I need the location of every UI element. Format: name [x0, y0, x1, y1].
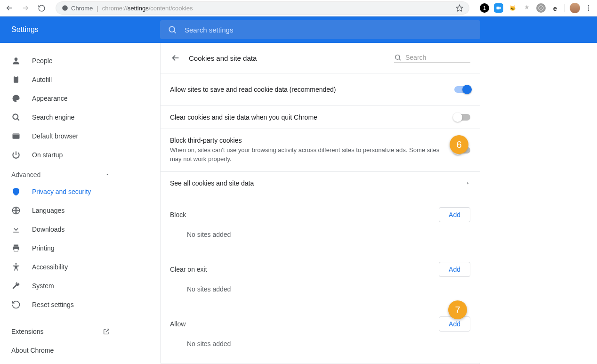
search-icon [168, 25, 177, 34]
sidebar-item-system[interactable]: System [0, 276, 121, 295]
row-see-all-cookies[interactable]: See all cookies and site data [161, 171, 480, 195]
search-icon [394, 54, 402, 61]
forward-button[interactable] [21, 3, 30, 13]
extension-icon-1[interactable]: 1 [480, 3, 489, 13]
sidebar-item-people[interactable]: People [0, 51, 121, 70]
svg-point-20 [395, 55, 400, 59]
extension-icon-e[interactable]: e [550, 3, 560, 13]
url-host: Chrome [71, 5, 93, 12]
open-external-icon [103, 328, 110, 335]
settings-title: Settings [11, 25, 39, 34]
sidebar-item-default-browser[interactable]: Default browser [0, 127, 121, 146]
sidebar-item-label: Search engine [32, 113, 74, 121]
globe-icon [11, 206, 21, 215]
shield-icon [11, 187, 21, 196]
settings-search-input[interactable] [185, 26, 473, 34]
sidebar-item-on-startup[interactable]: On startup [0, 146, 121, 164]
add-block-button[interactable]: Add [439, 207, 470, 222]
section-allow: Allow Add [161, 304, 480, 332]
chevron-right-icon [466, 181, 470, 186]
power-icon [11, 150, 21, 160]
wrench-icon [11, 281, 21, 291]
sidebar-item-label: Autofill [32, 76, 52, 83]
extension-icon-pin[interactable] [522, 3, 532, 13]
main-content: Cookies and site data Allow sites to sav… [121, 43, 597, 364]
sidebar-item-search-engine[interactable]: Search engine [0, 108, 121, 127]
sidebar-item-languages[interactable]: Languages [0, 201, 121, 220]
block-empty-text: No sites added [161, 222, 480, 250]
sidebar-item-label: Reset settings [32, 301, 74, 308]
printer-icon [11, 243, 21, 253]
sidebar-item-reset[interactable]: Reset settings [0, 295, 121, 314]
sidebar-item-label: System [32, 282, 54, 290]
row-clear-on-quit: Clear cookies and site data when you qui… [161, 105, 480, 129]
sidebar-separator [6, 320, 109, 320]
download-icon [11, 225, 21, 234]
sidebar-item-label: Privacy and security [32, 188, 91, 195]
row-label: Block third-party cookies [170, 137, 440, 144]
sidebar-item-label: Languages [32, 207, 65, 214]
sidebar-extensions[interactable]: Extensions [0, 322, 121, 341]
card-header: Cookies and site data [161, 43, 480, 73]
row-label: Clear cookies and site data when you qui… [170, 113, 440, 121]
sidebar-item-downloads[interactable]: Downloads [0, 220, 121, 239]
back-arrow-button[interactable] [170, 52, 181, 64]
back-button[interactable] [5, 3, 14, 13]
chrome-product-icon [62, 5, 68, 11]
row-label: Allow sites to save and read cookie data… [170, 86, 440, 93]
sidebar-item-autofill[interactable]: Autofill [0, 70, 121, 89]
svg-point-19 [15, 263, 16, 265]
chrome-menu-icon[interactable] [585, 4, 592, 12]
person-icon [11, 56, 21, 65]
bookmark-star-icon[interactable] [456, 4, 463, 12]
sidebar-item-label: Downloads [32, 226, 65, 233]
annotation-badge-7: 7 [448, 300, 467, 319]
sidebar-item-label: On startup [32, 151, 63, 159]
row-label: See all cookies and site data [170, 179, 254, 187]
sidebar-item-label: Default browser [32, 132, 78, 140]
sidebar-about[interactable]: About Chrome [0, 341, 121, 360]
row-sublabel: When on, sites can't use your browsing a… [170, 146, 440, 164]
allow-empty-text: No sites added [161, 332, 480, 359]
extension-icon-zoom[interactable] [494, 3, 503, 13]
reload-button[interactable] [37, 3, 46, 13]
section-title: Allow [170, 320, 186, 328]
extension-icon-compass[interactable] [536, 3, 546, 13]
section-clear-on-exit: Clear on exit Add [161, 250, 480, 277]
search-icon [11, 113, 21, 122]
sidebar: People Autofill Appearance Search engine… [0, 43, 121, 364]
profile-avatar[interactable] [570, 3, 580, 13]
settings-card: Cookies and site data Allow sites to sav… [160, 43, 480, 364]
svg-rect-2 [497, 7, 500, 9]
sidebar-advanced-label: Advanced [11, 171, 40, 178]
sidebar-about-label: About Chrome [11, 347, 54, 354]
extension-icon-cat[interactable]: 🐱 [508, 3, 517, 13]
cookies-search[interactable] [394, 54, 470, 63]
page-title: Cookies and site data [189, 54, 257, 62]
svg-rect-10 [15, 76, 17, 77]
sidebar-item-label: Printing [32, 244, 54, 252]
svg-point-7 [169, 26, 175, 32]
reset-icon [11, 300, 21, 309]
sidebar-advanced-toggle[interactable]: Advanced [0, 164, 121, 182]
cookies-search-input[interactable] [405, 54, 462, 61]
svg-point-6 [588, 9, 589, 11]
browser-icon [11, 131, 21, 141]
sidebar-item-privacy[interactable]: Privacy and security [0, 182, 121, 201]
sidebar-item-printing[interactable]: Printing [0, 239, 121, 258]
sidebar-item-appearance[interactable]: Appearance [0, 89, 121, 108]
row-block-third-party: Block third-party cookies When on, sites… [161, 129, 480, 171]
svg-rect-9 [14, 76, 18, 82]
svg-rect-18 [14, 249, 18, 251]
add-clear-on-exit-button[interactable]: Add [439, 262, 470, 277]
sidebar-item-label: People [32, 57, 53, 65]
omnibox[interactable]: Chrome | chrome://settings/content/cooki… [56, 1, 469, 15]
clear-on-exit-empty-text: No sites added [161, 277, 480, 304]
sidebar-item-accessibility[interactable]: Accessibility [0, 258, 121, 276]
toggle-allow-cookies[interactable] [454, 86, 470, 93]
toggle-clear-on-quit[interactable] [454, 114, 470, 121]
clipboard-icon [11, 75, 21, 84]
settings-search[interactable] [160, 20, 480, 39]
sidebar-item-label: Appearance [32, 95, 68, 102]
row-allow-cookies: Allow sites to save and read cookie data… [161, 73, 480, 105]
